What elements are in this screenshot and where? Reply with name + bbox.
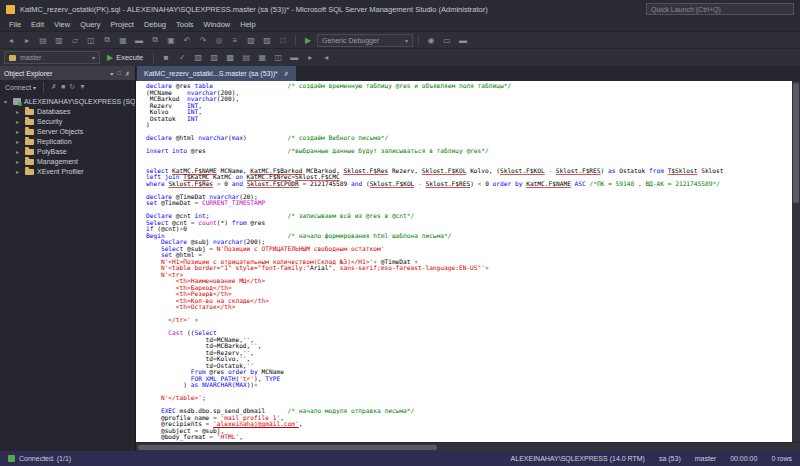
menu-project[interactable]: Project [106, 19, 139, 30]
tree-item-replication[interactable]: ▸Replication [0, 136, 135, 146]
menu-bar: FileEditViewQueryProjectDebugToolsWindow… [0, 18, 800, 31]
tab-query-file[interactable]: KatMC_rezerv_ostatki...S.master (sa (53)… [137, 66, 296, 81]
estimated-plan-icon[interactable]: ▧ [191, 51, 205, 64]
menu-window[interactable]: Window [199, 19, 236, 30]
parse-query-icon[interactable]: ✓ [175, 51, 189, 64]
toolbar-separator [43, 82, 44, 93]
status-user: sa (53) [659, 455, 681, 462]
tree-item-security[interactable]: ▸Security [0, 116, 135, 126]
status-database: master [695, 455, 716, 462]
menu-file[interactable]: File [4, 19, 26, 30]
horizontal-scrollbar[interactable] [136, 442, 800, 451]
close-tab-icon[interactable]: ✗ [284, 70, 289, 77]
ssms-window: KatMC_rezerv_ostatki(PK).sql - ALEXEINAH… [0, 0, 800, 466]
execute-button[interactable]: ▶ Execute [102, 53, 148, 62]
window-position-icon[interactable]: ▾ [109, 70, 114, 77]
new-connection-icon[interactable]: ▥ [52, 34, 66, 47]
start-debug-icon[interactable]: ▶ [301, 34, 315, 47]
cut-icon[interactable]: ▬ [132, 34, 146, 47]
results-to-grid-icon[interactable]: ▦ [255, 51, 269, 64]
filter-icon[interactable]: ▼ [79, 83, 86, 91]
refresh-icon[interactable]: ↻ [69, 83, 75, 91]
undo-icon[interactable]: ↶ [180, 34, 194, 47]
execute-play-icon: ▶ [107, 53, 113, 62]
object-explorer-icon[interactable]: ▧ [244, 34, 258, 47]
menu-help[interactable]: Help [235, 19, 260, 30]
chevron-down-icon: ▾ [33, 84, 36, 91]
expander-icon[interactable]: ▸ [16, 108, 22, 115]
results-to-text-icon[interactable]: ▤ [239, 51, 253, 64]
folder-icon [25, 109, 34, 115]
immediate-window-icon[interactable]: ▭ [440, 34, 454, 47]
forward-icon[interactable]: ▸ [20, 34, 34, 47]
expander-icon[interactable]: ▸ [16, 138, 22, 145]
open-file-icon[interactable]: ▱ [68, 34, 82, 47]
save-all-icon[interactable]: ⧉ [100, 34, 114, 47]
breakpoints-icon[interactable]: ◉ [424, 34, 438, 47]
vertical-scrollbar[interactable] [792, 81, 800, 442]
vertical-scrollbar-thumb[interactable] [793, 83, 799, 203]
generic-debugger-combo[interactable]: Generic Debugger ▾ [317, 34, 413, 47]
title-bar[interactable]: KatMC_rezerv_ostatki(PK).sql - ALEXEINAH… [0, 0, 800, 18]
status-bar: Connected. (1/1) ALEXEINAHAY\SQLEXPRESS … [0, 451, 800, 466]
expander-icon[interactable]: ▾ [4, 98, 10, 105]
find-icon[interactable]: ◎ [212, 34, 226, 47]
tree-item-server-objects[interactable]: ▸Server Objects [0, 126, 135, 136]
stop-icon[interactable]: ■ [61, 83, 65, 91]
indent-icon[interactable]: ▸ [303, 51, 317, 64]
tree-item-label: PolyBase [37, 148, 67, 155]
menu-view[interactable]: View [49, 19, 75, 30]
back-icon[interactable]: ◂ [4, 34, 18, 47]
object-explorer-tree: ▾ALEXEINAHAY\SQLEXPRESS (SQL Server 14.0… [0, 94, 135, 451]
connect-button[interactable]: Connect ▾ [5, 84, 36, 91]
menu-query[interactable]: Query [75, 19, 105, 30]
chevron-down-icon: ▾ [92, 54, 95, 61]
auto-hide-pin-icon[interactable]: □ [116, 70, 122, 77]
database-combo[interactable]: master ▾ [4, 51, 100, 64]
connection-status-text: Connected. (1/1) [19, 455, 71, 462]
paste-icon[interactable]: ▣ [164, 34, 178, 47]
query-options-icon[interactable]: ▩ [223, 51, 237, 64]
template-explorer-icon[interactable]: ▨ [260, 34, 274, 47]
object-explorer-header[interactable]: Object Explorer ▾□✗ [0, 66, 135, 80]
tree-root-server[interactable]: ▾ALEXEINAHAY\SQLEXPRESS (SQL Server 14.0… [0, 96, 135, 106]
close-icon[interactable]: ✗ [124, 70, 131, 77]
menu-tools[interactable]: Tools [171, 19, 199, 30]
cancel-query-icon[interactable]: ■ [159, 51, 173, 64]
toolbar-separator [295, 35, 296, 46]
menu-edit[interactable]: Edit [26, 19, 49, 30]
new-query-icon[interactable]: ▤ [36, 34, 50, 47]
print-icon[interactable]: ▦ [116, 34, 130, 47]
expander-icon[interactable]: ▸ [16, 128, 22, 135]
results-to-file-icon[interactable]: ◫ [271, 51, 285, 64]
expander-icon[interactable]: ▸ [16, 168, 22, 175]
disconnect-icon[interactable]: ✗ [51, 83, 57, 91]
copy-icon[interactable]: ⧉ [148, 34, 162, 47]
properties-window-icon[interactable]: □ [276, 34, 290, 47]
folder-icon [25, 119, 34, 125]
quick-launch-input[interactable]: Quick Launch (Ctrl+Q) [646, 3, 794, 15]
outdent-icon[interactable]: ◂ [319, 51, 333, 64]
tree-item-management[interactable]: ▸Management [0, 156, 135, 166]
comment-out-icon[interactable]: ▬ [287, 51, 301, 64]
tree-item-databases[interactable]: ▸Databases [0, 106, 135, 116]
redo-icon[interactable]: ↷ [196, 34, 210, 47]
toolbar-separator [153, 52, 154, 63]
horizontal-scrollbar-thumb[interactable] [138, 445, 437, 450]
output-window-icon[interactable]: ▬ [456, 34, 470, 47]
main-area: Object Explorer ▾□✗ Connect ▾ ✗■↻▼ ▾ALEX… [0, 66, 800, 451]
expander-icon[interactable]: ▸ [16, 118, 22, 125]
status-server: ALEXEINAHAY\SQLEXPRESS (14.0 RTM) [511, 455, 645, 462]
tree-item-xevent-profiler[interactable]: ▸XEvent Profiler [0, 166, 135, 176]
menu-debug[interactable]: Debug [139, 19, 171, 30]
app-icon [6, 5, 15, 14]
actual-plan-icon[interactable]: ▨ [207, 51, 221, 64]
save-icon[interactable]: ◫ [84, 34, 98, 47]
expander-icon[interactable]: ▸ [16, 158, 22, 165]
solution-explorer-icon[interactable]: ≡ [228, 34, 242, 47]
chevron-down-icon: ▾ [405, 37, 408, 44]
tree-item-polybase[interactable]: ▸PolyBase [0, 146, 135, 156]
expander-icon[interactable]: ▸ [16, 148, 22, 155]
tree-root-label: ALEXEINAHAY\SQLEXPRESS (SQL Server 14.0.… [24, 98, 135, 105]
code-editor[interactable]: declare @res table /* создаём временную … [136, 81, 792, 442]
